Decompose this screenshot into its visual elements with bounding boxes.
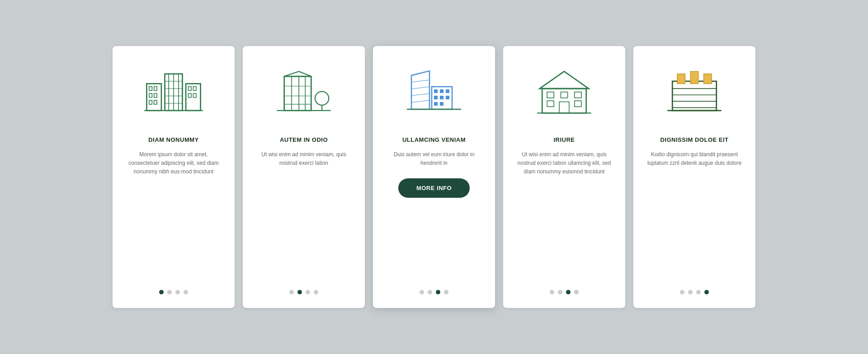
building-tree-icon [274, 64, 333, 123]
card-1-text: Morem ipsum dolor sit amet, consectetuer… [123, 150, 224, 177]
card-1-dots [159, 281, 188, 294]
card-1: DIAM NONUMMY Morem ipsum dolor sit amet,… [113, 46, 235, 308]
card-3-dots [420, 281, 448, 294]
dot-2 [558, 290, 562, 294]
svg-line-35 [411, 93, 429, 96]
svg-rect-57 [677, 74, 685, 84]
dot-3 [175, 290, 180, 294]
svg-rect-18 [189, 93, 192, 98]
svg-line-34 [411, 87, 429, 89]
card-5-text: Kodio dignissim qui blandit praesent lup… [644, 150, 745, 168]
dot-4 [444, 290, 448, 294]
svg-rect-54 [559, 102, 569, 113]
card-3-title: ULLAMCING VENIAM [402, 136, 466, 143]
svg-point-29 [315, 92, 329, 105]
svg-rect-59 [704, 74, 712, 84]
svg-rect-39 [440, 89, 443, 93]
svg-rect-17 [193, 87, 196, 91]
buildings-multi-icon [144, 64, 203, 123]
svg-rect-43 [446, 96, 449, 99]
card-2: AUTEM IN ODIO Ut wisi enim ad minim veni… [243, 46, 365, 308]
card-3: ULLAMCING VENIAM Duis autem vel eum iriu… [373, 46, 495, 308]
svg-rect-51 [575, 92, 581, 98]
svg-rect-52 [547, 101, 554, 107]
card-5-title: DIGNISSIM DOLOE EIT [660, 136, 728, 143]
card-5-dots [680, 281, 709, 294]
dot-3 [436, 290, 440, 294]
svg-rect-4 [154, 93, 157, 98]
svg-line-36 [411, 100, 429, 102]
dot-4 [704, 290, 709, 294]
card-1-title: DIAM NONUMMY [148, 136, 198, 143]
svg-rect-53 [575, 101, 581, 107]
dot-2 [428, 290, 432, 294]
svg-rect-19 [193, 93, 196, 98]
card-2-title: AUTEM IN ODIO [280, 136, 328, 143]
dot-1 [680, 290, 684, 294]
svg-rect-58 [690, 71, 698, 84]
house-green-icon [535, 64, 594, 123]
card-4-dots [550, 281, 579, 294]
cards-container: DIAM NONUMMY Morem ipsum dolor sit amet,… [76, 19, 792, 335]
card-4-text: Ut wisi enim ad minim veniam, quis nostr… [514, 150, 614, 177]
card-2-text: Ut wisi enim ad minim veniam, quis nostr… [254, 150, 354, 168]
more-info-button[interactable]: MORE INFO [398, 178, 470, 198]
svg-rect-45 [440, 102, 443, 106]
dot-4 [574, 290, 579, 294]
card-3-text: Duis autem vel eum iriure dolor in hendr… [384, 150, 484, 168]
svg-rect-21 [284, 76, 311, 111]
svg-marker-22 [284, 71, 311, 76]
svg-rect-5 [149, 100, 152, 104]
card-4: IRIURE Ut wisi enim ad minim veniam, qui… [503, 46, 625, 308]
svg-rect-56 [672, 81, 717, 111]
svg-rect-6 [154, 100, 157, 104]
dot-3 [306, 290, 310, 294]
dot-2 [297, 290, 302, 294]
svg-marker-48 [540, 71, 589, 88]
dot-2 [167, 290, 172, 294]
svg-rect-49 [547, 92, 554, 98]
dot-3 [566, 290, 571, 294]
dot-2 [688, 290, 693, 294]
dot-3 [696, 290, 701, 294]
buildings-blue-icon [405, 64, 463, 123]
svg-rect-3 [149, 93, 152, 98]
dot-1 [159, 290, 164, 294]
building-yellow-icon [665, 64, 724, 123]
svg-rect-38 [434, 89, 438, 93]
svg-marker-32 [411, 71, 429, 109]
svg-rect-1 [149, 87, 152, 91]
card-2-dots [289, 281, 318, 294]
svg-rect-44 [434, 102, 438, 106]
card-4-title: IRIURE [553, 136, 575, 143]
svg-rect-42 [440, 96, 443, 99]
svg-rect-50 [561, 92, 567, 98]
svg-rect-16 [189, 87, 192, 91]
card-5: DIGNISSIM DOLOE EIT Kodio dignissim qui … [633, 46, 755, 308]
dot-1 [550, 290, 554, 294]
svg-rect-41 [434, 96, 438, 99]
svg-rect-2 [154, 87, 157, 91]
dot-1 [420, 290, 424, 294]
dot-1 [289, 290, 294, 294]
dot-4 [184, 290, 188, 294]
svg-line-33 [411, 80, 429, 82]
dot-4 [314, 290, 318, 294]
svg-rect-40 [446, 89, 449, 93]
